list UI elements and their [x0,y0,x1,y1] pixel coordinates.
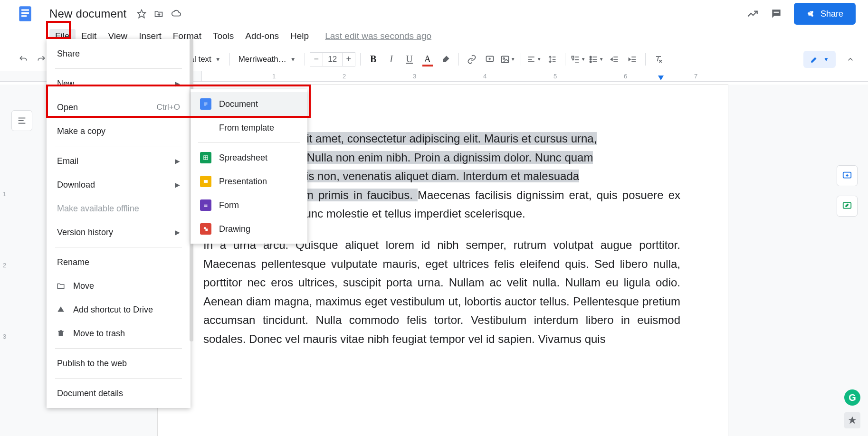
clear-formatting-button[interactable] [650,51,667,67]
menu-item-publish[interactable]: Publish to the web [47,351,191,375]
svg-rect-18 [572,56,573,58]
underline-button[interactable]: U [401,51,418,67]
menu-item-version-history[interactable]: Version history▶ [47,220,191,244]
svg-rect-48 [204,204,208,204]
last-edit-link[interactable]: Last edit was seconds ago [325,31,431,41]
menu-tools[interactable]: Tools [207,29,239,43]
share-button[interactable]: Share [794,3,856,25]
menu-item-make-copy[interactable]: Make a copy [47,119,191,143]
show-outline-button[interactable] [11,110,32,131]
text-color-button[interactable]: A [420,51,436,67]
submenu-item-drawing[interactable]: Drawing [191,217,307,241]
paragraph[interactable]: In a urna arcu. Quisque aliquet lorem id… [203,236,680,349]
menu-item-label: Share [57,49,180,59]
add-comment-button[interactable] [482,51,498,67]
new-submenu: Document From template Spreadsheet Prese… [191,89,307,244]
left-sidebar [11,110,40,131]
document-title[interactable]: New document [49,7,126,20]
docs-home-icon[interactable] [14,3,36,25]
bulleted-list-button[interactable]: ▼ [588,51,604,67]
font-family-label: Merriweath… [238,55,286,64]
submenu-item-document[interactable]: Document [191,92,307,116]
comments-icon[interactable] [770,8,782,20]
selected-text: en. Nulla non enim nibh. Proin a digniss… [287,151,593,164]
collapse-toolbar-button[interactable] [842,51,858,67]
drive-shortcut-icon [55,305,67,314]
svg-rect-43 [204,105,207,105]
menu-item-label: Version history [57,227,168,237]
menu-item-download[interactable]: Download▶ [47,173,191,197]
font-size-decrease[interactable]: − [310,54,323,64]
font-size-increase[interactable]: + [343,54,355,64]
menu-addons[interactable]: Add-ons [239,29,285,43]
star-icon[interactable] [137,9,146,19]
insert-link-button[interactable] [464,51,480,67]
activity-icon[interactable] [746,8,759,20]
submenu-item-label: From template [219,123,274,133]
menu-item-offline: Make available offline [47,197,191,220]
submenu-item-form[interactable]: Form [191,193,307,217]
editing-mode-button[interactable]: ▼ [803,51,836,68]
svg-rect-49 [204,205,208,205]
bold-button[interactable]: B [365,51,382,67]
highlight-button[interactable] [438,51,454,67]
menu-item-label: Rename [57,257,180,267]
font-size-input[interactable]: 12 [323,53,343,66]
ruler-tick: 1 [272,73,276,80]
ruler-right-indent-marker[interactable] [658,76,664,80]
submenu-item-from-template[interactable]: From template [191,116,307,140]
svg-rect-42 [204,104,208,104]
move-icon[interactable] [154,9,163,19]
suggest-edits-floating-button[interactable] [837,196,858,217]
font-family-combo[interactable]: Merriweath…▼ [235,55,300,64]
vertical-ruler[interactable]: 1 2 3 [0,85,11,436]
menu-item-rename[interactable]: Rename [47,250,191,274]
separator [229,53,230,66]
selected-text: d felis non, venenatis aliquet diam. Int… [285,170,579,182]
menu-item-details[interactable]: Document details [47,381,191,405]
font-size-control: − 12 + [310,52,355,66]
folder-move-icon [55,282,67,290]
submenu-item-label: Spreadsheet [219,153,267,163]
submenu-arrow-icon: ▶ [175,228,180,236]
menu-item-trash[interactable]: Move to trash [47,322,191,345]
align-button[interactable]: ▼ [526,51,542,67]
menu-item-add-shortcut[interactable]: Add shortcut to Drive [47,298,191,322]
menu-item-label: Document details [57,389,180,398]
submenu-arrow-icon: ▶ [175,181,180,189]
menu-divider [55,348,182,349]
selected-text: um primis in faucibus. [297,189,418,201]
submenu-item-spreadsheet[interactable]: Spreadsheet [191,146,307,170]
slides-icon [200,176,211,187]
insert-image-button[interactable]: ▼ [500,51,516,67]
indent-button[interactable] [624,51,640,67]
menu-item-new[interactable]: New▶ [47,72,191,95]
menu-item-open[interactable]: OpenCtrl+O [47,95,191,119]
menu-item-move[interactable]: Move [47,274,191,298]
undo-button[interactable] [15,51,31,67]
submenu-item-label: Document [219,99,258,109]
separator [645,53,646,66]
menu-item-email[interactable]: Email▶ [47,149,191,173]
title-icons [137,9,181,19]
vruler-tick: 3 [3,333,6,340]
submenu-item-presentation[interactable]: Presentation [191,170,307,193]
svg-rect-1 [21,9,29,11]
checklist-button[interactable]: ▼ [570,51,586,67]
svg-rect-50 [204,206,208,207]
margin-actions [837,165,858,217]
italic-button[interactable]: I [383,51,400,67]
svg-rect-3 [21,15,27,17]
ruler-tick: 3 [413,73,416,80]
trash-icon [55,329,67,338]
menu-divider [55,378,182,379]
menu-help[interactable]: Help [285,29,315,43]
outdent-button[interactable] [606,51,622,67]
explore-button[interactable] [844,412,860,428]
separator [458,53,459,66]
grammarly-badge-icon[interactable]: G [844,389,860,406]
line-spacing-button[interactable] [544,51,560,67]
cloud-status-icon[interactable] [171,9,181,19]
add-comment-floating-button[interactable] [837,165,858,186]
menu-item-share[interactable]: Share [47,42,191,66]
